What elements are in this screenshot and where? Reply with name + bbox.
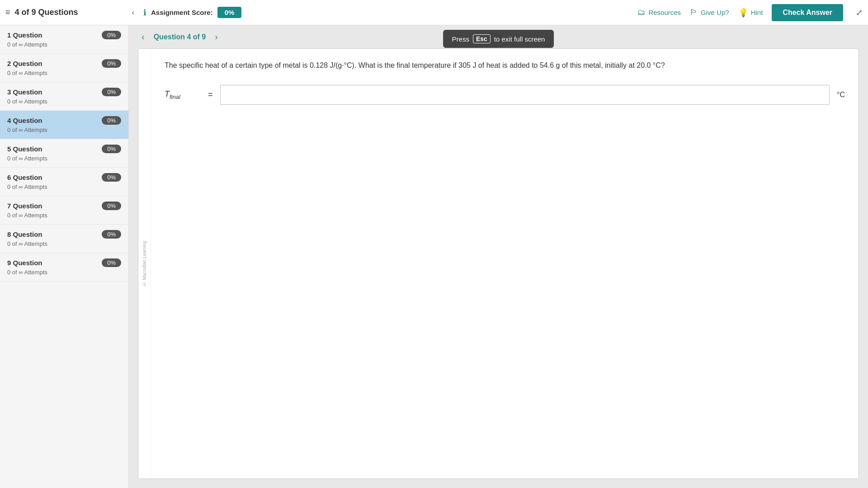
sidebar-item-name: 2 Question: [7, 60, 42, 67]
give-up-button[interactable]: 🏳 Give Up?: [690, 8, 729, 17]
hint-label: Hint: [751, 9, 763, 16]
sidebar-item-name: 4 Question: [7, 117, 42, 124]
hint-button[interactable]: 💡 Hint: [738, 8, 763, 18]
sidebar-item-badge: 0%: [102, 88, 121, 96]
sidebar-item-8[interactable]: 8 Question 0% 0 of ∞ Attempts: [0, 225, 128, 253]
hamburger-icon[interactable]: ≡: [5, 8, 10, 17]
sidebar-item-header: 5 Question 0%: [7, 145, 121, 153]
sidebar-item-header: 8 Question 0%: [7, 230, 121, 239]
unit-label: °C: [837, 91, 845, 99]
question-nav: ‹ Question 4 of 9 › Press Esc to exit fu…: [129, 25, 868, 48]
top-bar-left: ≡ 4 of 9 Questions ‹: [5, 8, 134, 17]
question-count-title: 4 of 9 Questions: [15, 8, 78, 17]
sidebar-item-5[interactable]: 5 Question 0% 0 of ∞ Attempts: [0, 139, 128, 168]
prev-question-button[interactable]: ‹: [138, 30, 148, 44]
question-text: The specific heat of a certain type of m…: [165, 60, 845, 71]
score-badge: 0%: [217, 7, 242, 18]
sidebar-item-name: 5 Question: [7, 145, 42, 153]
top-bar: ≡ 4 of 9 Questions ‹ ℹ Assignment Score:…: [0, 0, 868, 25]
sidebar-item-name: 8 Question: [7, 230, 42, 238]
give-up-icon: 🏳: [690, 8, 698, 17]
sidebar-item-name: 1 Question: [7, 31, 42, 39]
sidebar-item-badge: 0%: [102, 116, 121, 125]
top-bar-center: ℹ Assignment Score: 0%: [134, 7, 637, 18]
question-content: © Macmillan Learning The specific heat o…: [138, 48, 859, 479]
sidebar-item-badge: 0%: [102, 173, 121, 182]
answer-row: Tfinal = °C: [165, 85, 845, 105]
sidebar-item-name: 7 Question: [7, 202, 42, 210]
watermark-sidebar: © Macmillan Learning: [138, 49, 151, 479]
sidebar-item-3[interactable]: 3 Question 0% 0 of ∞ Attempts: [0, 82, 128, 111]
fullscreen-button[interactable]: ⤢: [856, 8, 863, 18]
sidebar-item-badge: 0%: [102, 145, 121, 153]
esc-tooltip: Press Esc to exit full screen: [443, 30, 554, 48]
sidebar-item-header: 1 Question 0%: [7, 31, 121, 39]
assignment-score-label: Assignment Score:: [151, 9, 213, 16]
formula-label: Tfinal: [165, 89, 201, 100]
sidebar-item-attempts: 0 of ∞ Attempts: [7, 183, 121, 190]
sidebar-item-header: 9 Question 0%: [7, 258, 121, 267]
folder-icon: 🗂: [637, 8, 646, 17]
next-question-button[interactable]: ›: [211, 30, 222, 44]
sidebar-item-7[interactable]: 7 Question 0% 0 of ∞ Attempts: [0, 196, 128, 225]
sidebar-item-name: 3 Question: [7, 88, 42, 96]
question-body: The specific heat of a certain type of m…: [151, 49, 859, 479]
sidebar-item-1[interactable]: 1 Question 0% 0 of ∞ Attempts: [0, 25, 128, 54]
sidebar-item-badge: 0%: [102, 230, 121, 239]
info-icon: ℹ: [143, 8, 146, 18]
sidebar-item-name: 9 Question: [7, 259, 42, 267]
sidebar-item-6[interactable]: 6 Question 0% 0 of ∞ Attempts: [0, 168, 128, 196]
sidebar-item-badge: 0%: [102, 59, 121, 68]
formula-sub: final: [170, 93, 180, 100]
press-label: Press: [452, 35, 469, 43]
give-up-label: Give Up?: [701, 9, 729, 16]
sidebar-item-4[interactable]: 4 Question 0% 0 of ∞ Attempts: [0, 111, 128, 139]
sidebar-item-attempts: 0 of ∞ Attempts: [7, 155, 121, 162]
sidebar-item-attempts: 0 of ∞ Attempts: [7, 240, 121, 247]
sidebar-item-header: 2 Question 0%: [7, 59, 121, 68]
sidebar-item-header: 3 Question 0%: [7, 88, 121, 96]
answer-input[interactable]: [220, 85, 830, 105]
watermark-text: © Macmillan Learning: [142, 241, 147, 286]
to-exit-label: to exit full screen: [494, 35, 545, 43]
sidebar-item-header: 7 Question 0%: [7, 202, 121, 210]
sidebar-item-header: 4 Question 0%: [7, 116, 121, 125]
esc-key: Esc: [473, 34, 491, 43]
right-panel: ‹ Question 4 of 9 › Press Esc to exit fu…: [129, 25, 868, 488]
sidebar-item-header: 6 Question 0%: [7, 173, 121, 182]
equals-sign: =: [208, 90, 213, 99]
sidebar-item-name: 6 Question: [7, 174, 42, 181]
sidebar-item-attempts: 0 of ∞ Attempts: [7, 98, 121, 105]
lightbulb-icon: 💡: [738, 8, 748, 18]
main-content: 1 Question 0% 0 of ∞ Attempts 2 Question…: [0, 25, 868, 488]
sidebar-item-9[interactable]: 9 Question 0% 0 of ∞ Attempts: [0, 253, 128, 282]
sidebar-item-badge: 0%: [102, 202, 121, 210]
sidebar-item-attempts: 0 of ∞ Attempts: [7, 127, 121, 133]
question-nav-title: Question 4 of 9: [154, 33, 206, 41]
check-answer-button[interactable]: Check Answer: [772, 4, 843, 21]
sidebar-item-attempts: 0 of ∞ Attempts: [7, 41, 121, 48]
resources-label: Resources: [648, 9, 681, 16]
sidebar-item-attempts: 0 of ∞ Attempts: [7, 70, 121, 76]
sidebar-item-badge: 0%: [102, 31, 121, 39]
sidebar-item-2[interactable]: 2 Question 0% 0 of ∞ Attempts: [0, 54, 128, 82]
top-bar-right: 🗂 Resources 🏳 Give Up? 💡 Hint Check Answ…: [637, 4, 863, 21]
sidebar-item-badge: 0%: [102, 258, 121, 267]
sidebar: 1 Question 0% 0 of ∞ Attempts 2 Question…: [0, 25, 129, 488]
sidebar-item-attempts: 0 of ∞ Attempts: [7, 212, 121, 219]
resources-button[interactable]: 🗂 Resources: [637, 8, 681, 17]
sidebar-item-attempts: 0 of ∞ Attempts: [7, 269, 121, 276]
